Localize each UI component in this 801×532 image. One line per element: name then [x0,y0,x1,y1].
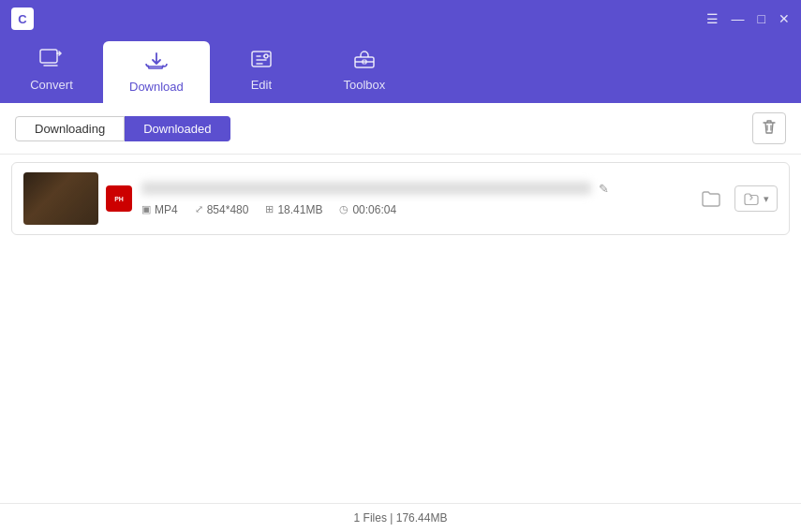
site-badge: PH [106,185,132,212]
menu-icon[interactable]: ☰ [706,11,719,26]
subtabs: Downloading Downloaded [15,116,230,141]
size-value: 18.41MB [277,203,322,216]
subtabs-bar: Downloading Downloaded [0,103,801,155]
edit-label: Edit [251,78,272,92]
file-title-row: ✎ [141,182,686,196]
file-duration: ◷ 00:06:04 [339,203,396,216]
nav-item-toolbox[interactable]: Toolbox [313,37,416,103]
table-row: PH ✎ ▣ MP4 ⤢ 854*480 [11,162,790,235]
nav-item-edit[interactable]: Edit [210,37,313,103]
download-label: Download [129,80,184,94]
nav-item-convert[interactable]: Convert [0,37,103,103]
svg-rect-0 [40,50,57,63]
maximize-button[interactable]: □ [758,11,765,26]
resolution-value: 854*480 [207,203,249,216]
file-title-blurred [141,182,591,195]
toolbox-icon [352,49,377,73]
resolution-icon: ⤢ [195,203,203,215]
tab-downloading[interactable]: Downloading [15,116,125,141]
file-resolution: ⤢ 854*480 [195,203,249,216]
trash-button[interactable] [752,112,786,144]
nav-bar: Convert Download Edit [0,37,801,103]
size-icon: ⊞ [265,203,274,215]
duration-value: 00:06:04 [352,203,396,216]
status-bar: 1 Files | 176.44MB [0,503,801,532]
titlebar: C ☰ — □ ✕ [0,0,801,37]
status-text: 1 Files | 176.44MB [354,511,448,525]
file-info: ✎ ▣ MP4 ⤢ 854*480 ⊞ 18.41MB [141,182,686,216]
minimize-button[interactable]: — [732,11,745,26]
edit-icon [249,49,274,73]
nav-item-download[interactable]: Download [103,41,210,103]
convert-label: Convert [30,78,73,92]
svg-point-2 [264,54,268,58]
edit-title-icon[interactable]: ✎ [599,182,609,196]
window-controls: ☰ — □ ✕ [706,11,790,26]
app-logo: C [11,7,34,30]
format-icon: ▣ [141,203,151,215]
convert-icon [39,49,64,73]
duration-icon: ◷ [339,203,349,215]
content-area: Downloading Downloaded PH ✎ [0,103,801,532]
download-icon [144,51,169,75]
file-size: ⊞ 18.41MB [265,203,322,216]
file-thumbnail [23,172,98,225]
file-list: PH ✎ ▣ MP4 ⤢ 854*480 [0,155,801,503]
file-actions: ▾ [697,185,778,212]
format-value: MP4 [155,203,178,216]
convert-to-button[interactable]: ▾ [734,185,778,212]
file-format: ▣ MP4 [141,203,178,216]
open-folder-button[interactable] [697,185,725,212]
file-meta: ▣ MP4 ⤢ 854*480 ⊞ 18.41MB ◷ 00:06:04 [141,203,686,216]
tab-downloaded[interactable]: Downloaded [125,116,230,141]
close-button[interactable]: ✕ [779,11,790,26]
toolbox-label: Toolbox [343,78,385,92]
